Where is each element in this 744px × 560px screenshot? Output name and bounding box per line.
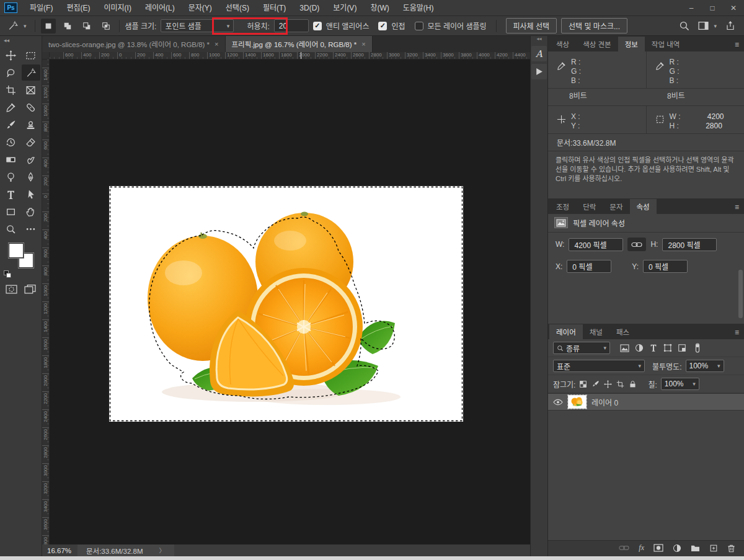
tab-swatches[interactable]: 색상 견본 — [576, 37, 618, 51]
fill-dropdown[interactable]: 100% ▾ — [661, 378, 699, 390]
close-icon[interactable]: × — [361, 40, 365, 48]
tab-paths[interactable]: 패스 — [609, 324, 636, 339]
menu-image[interactable]: 이미지(I) — [97, 0, 138, 16]
filter-shape-layers-icon[interactable] — [663, 344, 672, 352]
panel-menu-icon[interactable]: ≡ — [735, 328, 744, 339]
document-size-status[interactable]: 문서:33.6M/32.8M 〉 — [78, 544, 174, 556]
menu-window[interactable]: 창(W) — [363, 0, 396, 16]
canvas-area[interactable]: 6004002000200400600800100012001400160018… — [42, 52, 530, 544]
subtract-selection-mode-button[interactable] — [79, 19, 94, 33]
add-mask-icon[interactable] — [653, 544, 663, 552]
tab-properties[interactable]: 속성 — [630, 199, 657, 214]
type-tool[interactable] — [2, 186, 20, 202]
layer-row-selected[interactable]: 레이어 0 — [548, 393, 744, 411]
tool-preset-picker[interactable]: ▾ — [5, 19, 29, 32]
link-dimensions-button[interactable] — [627, 238, 646, 251]
menu-layer[interactable]: 레이어(L) — [138, 0, 182, 16]
opacity-dropdown[interactable]: 100% ▾ — [686, 360, 724, 372]
edit-toolbar-button[interactable] — [22, 221, 40, 237]
expand-panels-icon[interactable]: ◂◂ — [531, 36, 547, 43]
close-button[interactable]: ✕ — [723, 0, 744, 16]
new-layer-icon[interactable] — [709, 544, 718, 553]
layer-thumbnail[interactable] — [568, 395, 587, 409]
history-brush-tool[interactable] — [2, 134, 20, 150]
contiguous-checkbox[interactable]: ✓ — [378, 22, 387, 30]
healing-brush-tool[interactable] — [22, 99, 40, 115]
lock-artboard-icon[interactable] — [616, 380, 624, 388]
close-icon[interactable]: × — [215, 40, 218, 48]
zoom-level-field[interactable]: 16.67% — [42, 547, 78, 554]
quick-mask-icon[interactable] — [6, 284, 17, 295]
menu-3d[interactable]: 3D(D) — [293, 0, 326, 16]
panel-menu-icon[interactable]: ≡ — [735, 40, 744, 51]
search-icon[interactable] — [679, 20, 689, 31]
zoom-tool[interactable] — [2, 221, 20, 237]
layer-style-icon[interactable]: fx — [639, 543, 644, 553]
crop-tool[interactable] — [2, 82, 20, 98]
screen-mode-icon[interactable] — [24, 284, 36, 295]
document-tab-inactive[interactable]: two-slices-orange.jpg @ 13.8% (레이어 0, RG… — [42, 36, 226, 52]
height-field[interactable]: 2800 픽셀 — [662, 238, 717, 251]
new-group-icon[interactable] — [691, 544, 700, 552]
menu-filter[interactable]: 필터(T) — [256, 0, 293, 16]
tab-channels[interactable]: 채널 — [583, 324, 609, 339]
gradient-tool[interactable] — [2, 151, 20, 167]
menu-type[interactable]: 문자(Y) — [182, 0, 219, 16]
shape-tool[interactable] — [2, 203, 20, 220]
marquee-tool[interactable] — [22, 47, 40, 63]
tab-paragraph[interactable]: 단락 — [576, 199, 603, 214]
character-panel-button[interactable]: A — [531, 46, 547, 61]
trash-icon[interactable] — [727, 544, 735, 553]
menu-view[interactable]: 보기(V) — [326, 0, 363, 16]
select-and-mask-button[interactable]: 선택 및 마스크... — [561, 18, 627, 33]
eyedropper-tool[interactable] — [2, 99, 20, 115]
select-subject-button[interactable]: 피사체 선택 — [506, 18, 557, 33]
sample-size-dropdown[interactable]: 포인트 샘플 ▾ — [161, 19, 234, 32]
layer-filter-dropdown[interactable]: 종류 ▾ — [553, 342, 610, 354]
tolerance-input[interactable]: 20 — [274, 19, 309, 32]
new-selection-mode-button[interactable] — [41, 19, 56, 33]
share-icon[interactable] — [725, 20, 735, 31]
foreground-color-swatch[interactable] — [9, 243, 24, 258]
eraser-tool[interactable] — [22, 134, 40, 150]
new-adjustment-layer-icon[interactable] — [673, 544, 681, 553]
clone-stamp-tool[interactable] — [22, 117, 40, 133]
actions-panel-button[interactable] — [531, 64, 547, 79]
hand-tool[interactable] — [22, 203, 40, 220]
intersect-selection-mode-button[interactable] — [99, 19, 113, 33]
frame-tool[interactable] — [22, 82, 40, 98]
x-field[interactable]: 0 픽셀 — [567, 260, 611, 273]
workspace-switcher[interactable]: ▾ — [698, 21, 717, 30]
blend-mode-dropdown[interactable]: 표준 ▾ — [553, 360, 645, 372]
default-colors-icon[interactable] — [4, 270, 11, 278]
filter-pixel-layers-icon[interactable] — [620, 344, 629, 352]
lasso-tool[interactable] — [2, 64, 20, 81]
tab-history[interactable]: 작업 내역 — [645, 37, 687, 51]
smudge-tool[interactable] — [22, 151, 40, 167]
anti-alias-checkbox[interactable]: ✓ — [313, 22, 322, 30]
filter-adjustment-layers-icon[interactable] — [635, 344, 644, 352]
tab-character[interactable]: 문자 — [603, 199, 629, 214]
collapse-toolbar-icon[interactable]: ◂◂ — [0, 36, 42, 45]
sample-all-layers-checkbox[interactable] — [415, 22, 423, 30]
menu-select[interactable]: 선택(S) — [219, 0, 256, 16]
eye-icon[interactable] — [553, 398, 563, 406]
tab-layers[interactable]: 레이어 — [549, 324, 583, 339]
tab-color[interactable]: 색상 — [549, 37, 576, 51]
minimize-button[interactable]: – — [681, 0, 702, 16]
tab-info[interactable]: 정보 — [618, 37, 645, 51]
tab-adjustments[interactable]: 조정 — [549, 199, 576, 214]
add-selection-mode-button[interactable] — [60, 19, 75, 33]
path-select-tool[interactable] — [22, 186, 40, 202]
filter-smart-objects-icon[interactable] — [678, 344, 686, 352]
panel-menu-icon[interactable]: ≡ — [735, 203, 744, 214]
scrollbar[interactable] — [738, 270, 743, 318]
maximize-button[interactable]: □ — [702, 0, 723, 16]
filter-type-layers-icon[interactable] — [649, 344, 658, 352]
document-tab-active[interactable]: 프리픽.jpg @ 16.7% (레이어 0, RGB/8) * × — [226, 36, 373, 52]
width-field[interactable]: 4200 픽셀 — [569, 238, 623, 251]
y-field[interactable]: 0 픽셀 — [643, 260, 688, 273]
pen-tool[interactable] — [22, 169, 40, 185]
filter-toggle-icon[interactable] — [694, 343, 701, 353]
menu-edit[interactable]: 편집(E) — [60, 0, 97, 16]
